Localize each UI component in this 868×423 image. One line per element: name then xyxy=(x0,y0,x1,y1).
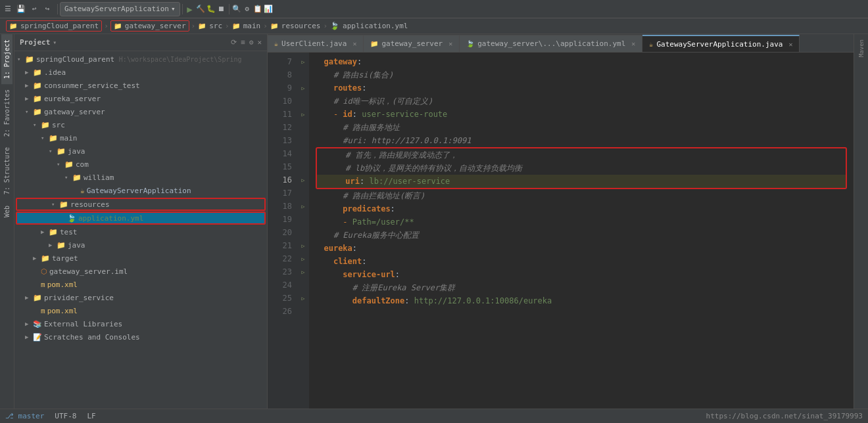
search-icon[interactable]: 🔍 xyxy=(231,4,242,14)
icon-undo[interactable]: ↩ xyxy=(29,4,39,14)
src-label: src xyxy=(52,121,65,129)
main-area: 1: Project 2: Favorites 7: Structure Web… xyxy=(0,34,868,409)
side-tab-web[interactable]: Web xyxy=(1,200,12,223)
tree-gateway[interactable]: ▾ 📁 gateway_server xyxy=(14,105,267,118)
tree-java[interactable]: ▾ 📁 java xyxy=(14,145,267,158)
gear-icon[interactable]: ⚙ xyxy=(249,38,254,47)
gatewayapp-close[interactable]: ✕ xyxy=(788,41,792,48)
g11: ▷ xyxy=(297,108,309,121)
breadcrumb-src[interactable]: 📁 src xyxy=(197,22,223,30)
breadcrumb-project[interactable]: 📁 springCloud_parent xyxy=(6,20,102,32)
gatewayapp-tab-icon: ☕ xyxy=(649,41,653,48)
ln-14: 14 xyxy=(268,147,297,160)
tree-gatewayapp[interactable]: ☕ GatewayServerApplication xyxy=(14,184,267,197)
tab-userclient[interactable]: ☕ UserClient.java ✕ xyxy=(268,35,364,52)
tree-idea[interactable]: ▶ 📁 .idea xyxy=(14,66,267,79)
eureka-label: eureka_server xyxy=(44,95,101,103)
icon-redo[interactable]: ↪ xyxy=(42,4,53,14)
tree-src[interactable]: ▾ 📁 src xyxy=(14,118,267,131)
stop-icon[interactable]: ⏹ xyxy=(216,4,227,14)
vcs-icon[interactable]: 📋 xyxy=(253,4,263,14)
code-line-21: eureka: xyxy=(314,242,848,255)
editor-tabs: ☕ UserClient.java ✕ 📁 gateway_server ✕ 🍃… xyxy=(268,34,854,53)
tree-appyml[interactable]: 🍃 application.yml xyxy=(16,212,266,225)
highlight-region: # 首先，路由规则变成动态了， # lb协议，是网关的特有协议，自动支持负载均衡… xyxy=(316,147,847,189)
ln-17: 17 xyxy=(268,187,297,200)
tab-appyml[interactable]: 🍃 gateway_server\...\application.yml ✕ xyxy=(460,35,642,52)
comment-14: # 首先，路由规则变成动态了， xyxy=(317,148,458,162)
tree-resources[interactable]: ▾ 📁 resources xyxy=(16,198,266,211)
tree-pom1[interactable]: m pom.xml xyxy=(14,278,267,291)
code-line-18: predicates: xyxy=(314,202,848,215)
project-tree[interactable]: ▾ 📁 springCloud_parent H:\workspace\Idea… xyxy=(14,51,267,409)
tree-testjava[interactable]: ▶ 📁 java xyxy=(14,238,267,252)
side-tab-project[interactable]: 1: Project xyxy=(1,34,12,84)
g18: ▷ xyxy=(297,200,309,213)
watermark: https://blog.csdn.net/sinat_39179993 xyxy=(706,412,863,420)
tree-pom2[interactable]: m pom.xml xyxy=(14,304,267,317)
privider-arrow: ▶ xyxy=(25,294,33,301)
g11-arrow: ▷ xyxy=(302,112,305,118)
tree-gatewayiml[interactable]: ⬡ gateway_server.iml xyxy=(14,265,267,278)
com-arrow: ▾ xyxy=(57,161,64,167)
code-line-25: defaultZone: http://127.0.0.1:10086/eure… xyxy=(314,294,848,307)
code-content[interactable]: gateway: # 路由si(集合) routes: # id唯一标识，(可自… xyxy=(309,53,854,409)
bc-springcloud: springCloud_parent xyxy=(20,22,99,30)
sync-icon[interactable]: ⟳ xyxy=(231,38,237,47)
bc-sep2: › xyxy=(191,22,196,30)
tree-scratches[interactable]: ▶ 📝 Scratches and Consoles xyxy=(14,330,267,344)
testjava-arrow: ▶ xyxy=(49,242,57,248)
java-arrow: ▾ xyxy=(49,148,57,154)
right-tab-1[interactable]: Maven xyxy=(856,34,867,62)
tab-gateway[interactable]: 📁 gateway_server ✕ xyxy=(364,35,460,52)
debug-icon[interactable]: 🐛 xyxy=(206,4,216,14)
tree-eureka[interactable]: ▶ 📁 eureka_server xyxy=(14,92,267,105)
breadcrumb-resources[interactable]: 📁 resources xyxy=(270,22,322,30)
window-controls[interactable]: ☰ 💾 ↩ ↪ xyxy=(3,4,53,14)
code-editor[interactable]: 7 8 9 10 11 12 13 14 15 16 17 18 19 20 2… xyxy=(268,53,854,409)
tree-com[interactable]: ▾ 📁 com xyxy=(14,158,267,171)
breadcrumb-gateway[interactable]: 📁 gateway_server xyxy=(110,20,189,32)
terminal-icon[interactable]: 📊 xyxy=(263,4,274,14)
tree-main[interactable]: ▾ 📁 main xyxy=(14,131,267,145)
appyml-icon: 🍃 xyxy=(67,214,76,223)
ln-22: 22 xyxy=(268,252,297,265)
g23-arrow: ▷ xyxy=(302,269,305,275)
userclient-close[interactable]: ✕ xyxy=(352,40,356,47)
ln-7: 7 xyxy=(268,55,297,68)
gatewayiml-label: gateway_server.iml xyxy=(49,267,128,276)
tree-root[interactable]: ▾ 📁 springCloud_parent H:\workspace\Idea… xyxy=(14,53,267,66)
right-tabs: Maven xyxy=(854,34,868,409)
icon-menu[interactable]: ☰ xyxy=(3,4,13,14)
side-tab-favorites[interactable]: 2: Favorites xyxy=(1,84,12,142)
project-dropdown[interactable]: GatewayServerApplication ▾ xyxy=(60,2,180,16)
tree-william[interactable]: ▾ 📁 william xyxy=(14,171,267,184)
ln-20: 20 xyxy=(268,226,297,239)
tree-extlibs[interactable]: ▶ 📚 External Libraries xyxy=(14,317,267,330)
breadcrumb-yml[interactable]: 🍃 application.yml xyxy=(329,22,408,30)
target-label: target xyxy=(52,254,78,263)
bc-main: main xyxy=(243,22,261,30)
comment-20: # Eureka服务中心配置 xyxy=(314,229,419,242)
tree-test[interactable]: ▶ 📁 test xyxy=(14,225,267,238)
panel-icons: ⟳ ≡ ⚙ ✕ xyxy=(231,38,262,47)
g15 xyxy=(297,160,309,173)
collapse-icon[interactable]: ≡ xyxy=(241,38,245,47)
src-icon: 📁 xyxy=(41,121,50,129)
run-button[interactable]: ▶ xyxy=(185,4,195,14)
tree-privider[interactable]: ▶ 📁 privider_service xyxy=(14,291,267,304)
side-tab-structure[interactable]: 7: Structure xyxy=(1,142,12,200)
breadcrumb: 📁 springCloud_parent › 📁 gateway_server … xyxy=(0,18,868,34)
tree-target[interactable]: ▶ 📁 target xyxy=(14,252,267,265)
hide-icon[interactable]: ✕ xyxy=(257,38,262,47)
breadcrumb-main[interactable]: 📁 main xyxy=(231,22,262,30)
icon-save[interactable]: 💾 xyxy=(16,4,26,14)
gateway-close[interactable]: ✕ xyxy=(448,40,452,47)
gateway-arrow: ▾ xyxy=(25,108,33,115)
settings-icon[interactable]: ⚙ xyxy=(242,4,253,14)
tab-gatewayapp[interactable]: ☕ GatewayServerApplication.java ✕ xyxy=(642,35,800,52)
tree-consumer[interactable]: ▶ 📁 consunmer_service_test xyxy=(14,79,267,92)
build-icon[interactable]: 🔨 xyxy=(195,4,206,14)
g17 xyxy=(297,187,309,200)
appyml-close[interactable]: ✕ xyxy=(631,40,635,47)
